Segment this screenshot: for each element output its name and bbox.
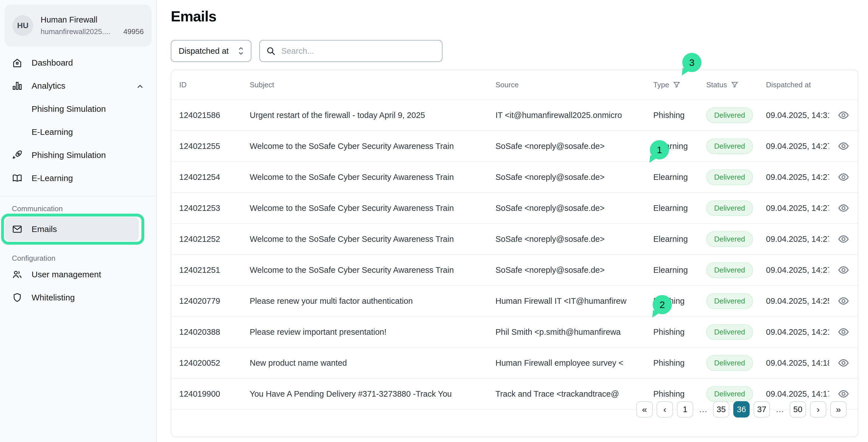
table-row[interactable]: 124020052 New product name wanted Human … — [172, 348, 858, 379]
cell-dispatched: 09.04.2025, 14:27 — [758, 266, 829, 275]
table-row[interactable]: 124020388 Please review important presen… — [172, 317, 858, 348]
sidebar-item-label: Dashboard — [32, 58, 73, 68]
cell-source: Human Firewall employee survey < — [488, 359, 645, 368]
cell-subject: Please renew your multi factor authentic… — [242, 297, 488, 306]
cell-subject: New product name wanted — [242, 359, 488, 368]
status-badge: Delivered — [706, 169, 753, 185]
eye-icon — [838, 140, 849, 152]
cell-dispatched: 09.04.2025, 14:25 — [758, 297, 829, 306]
status-badge: Delivered — [706, 107, 753, 123]
sidebar-item-elearning-analytics[interactable]: E-Learning — [0, 121, 156, 144]
cell-id: 124019900 — [172, 389, 242, 399]
table-row[interactable]: 124021253 Welcome to the SoSafe Cyber Se… — [172, 193, 858, 224]
status-badge: Delivered — [706, 138, 753, 154]
chevron-up-icon[interactable] — [136, 82, 144, 91]
sidebar-item-analytics[interactable]: Analytics — [0, 74, 156, 97]
cell-id: 124021255 — [172, 142, 242, 151]
sort-select[interactable]: Dispatched at — [171, 40, 251, 62]
cell-type: Elearning — [645, 235, 699, 244]
page-button-36-active[interactable]: 36 — [733, 401, 750, 417]
cell-subject: Welcome to the SoSafe Cyber Security Awa… — [242, 173, 488, 182]
view-email-button[interactable] — [829, 295, 858, 307]
last-page-button[interactable]: » — [830, 401, 846, 417]
sidebar-divider — [0, 196, 156, 197]
view-email-button[interactable] — [829, 264, 858, 276]
view-email-button[interactable] — [829, 233, 858, 245]
sidebar-item-whitelisting[interactable]: Whitelisting — [0, 286, 156, 309]
page-button-50[interactable]: 50 — [789, 401, 806, 417]
cell-source: IT <it@humanfirewall2025.onmicro — [488, 111, 645, 120]
cell-dispatched: 09.04.2025, 14:27 — [758, 142, 829, 151]
sidebar-item-elearning[interactable]: E-Learning — [0, 167, 156, 190]
mail-icon — [12, 224, 23, 235]
filter-icon[interactable] — [673, 80, 681, 89]
cell-dispatched: 09.04.2025, 14:27 — [758, 235, 829, 244]
sidebar-item-label: E-Learning — [32, 173, 73, 183]
view-email-button[interactable] — [829, 326, 858, 338]
annotation-badge-1: 1 — [650, 140, 669, 159]
table-row[interactable]: 124021586 Urgent restart of the firewall… — [172, 100, 858, 131]
page-button-1[interactable]: 1 — [677, 401, 693, 417]
eye-icon — [838, 233, 849, 245]
sidebar-item-user-management[interactable]: User management — [0, 263, 156, 286]
cell-source: SoSafe <noreply@sosafe.de> — [488, 142, 645, 151]
status-badge: Delivered — [706, 231, 753, 247]
view-email-button[interactable] — [829, 109, 858, 121]
sidebar-item-dashboard[interactable]: Dashboard — [0, 51, 156, 74]
status-badge: Delivered — [706, 355, 753, 371]
cell-subject: Welcome to the SoSafe Cyber Security Awa… — [242, 204, 488, 213]
cell-source: SoSafe <noreply@sosafe.de> — [488, 204, 645, 213]
sidebar-item-label: User management — [32, 270, 101, 279]
table-row[interactable]: 124021251 Welcome to the SoSafe Cyber Se… — [172, 255, 858, 286]
sidebar-item-phishing-simulation[interactable]: Phishing Simulation — [0, 144, 156, 167]
cell-id: 124021586 — [172, 111, 242, 120]
account-card[interactable]: HU Human Firewall humanfirewall2025.... … — [4, 4, 152, 47]
status-badge: Delivered — [706, 324, 753, 340]
eye-icon — [838, 171, 849, 183]
cell-id: 124020779 — [172, 297, 242, 306]
cell-dispatched: 09.04.2025, 14:27 — [758, 173, 829, 182]
view-email-button[interactable] — [829, 140, 858, 152]
pagination-ellipsis: … — [774, 405, 786, 414]
column-header-source: Source — [488, 80, 645, 89]
prev-page-button[interactable]: ‹ — [657, 401, 673, 417]
page-button-37[interactable]: 37 — [753, 401, 770, 417]
cell-source: Phil Smith <p.smith@humanfirewa — [488, 328, 645, 337]
cell-id: 124021251 — [172, 266, 242, 275]
sidebar-item-label: E-Learning — [32, 127, 73, 137]
status-badge: Delivered — [706, 262, 753, 278]
eye-icon — [838, 357, 849, 369]
cell-dispatched: 09.04.2025, 14:27 — [758, 204, 829, 213]
cell-dispatched: 09.04.2025, 14:21 — [758, 328, 829, 337]
filter-icon[interactable] — [731, 80, 739, 89]
column-header-id: ID — [172, 80, 242, 89]
next-page-button[interactable]: › — [810, 401, 826, 417]
search-input[interactable] — [281, 46, 436, 56]
first-page-button[interactable]: « — [637, 401, 653, 417]
page-button-35[interactable]: 35 — [713, 401, 730, 417]
view-email-button[interactable] — [829, 202, 858, 214]
cell-type: Phishing — [645, 359, 699, 368]
sidebar-item-label: Emails — [32, 225, 57, 234]
status-badge: Delivered — [706, 200, 753, 216]
table-row[interactable]: 124020779 Please renew your multi factor… — [172, 286, 858, 317]
table-row[interactable]: 124021254 Welcome to the SoSafe Cyber Se… — [172, 162, 858, 193]
main-content: Emails Dispatched at ID Subject Source T… — [157, 0, 868, 442]
cell-subject: Urgent restart of the firewall - today A… — [242, 111, 488, 120]
column-header-type: Type — [645, 80, 699, 89]
table-row[interactable]: 124021252 Welcome to the SoSafe Cyber Se… — [172, 224, 858, 255]
sidebar-item-emails[interactable]: Emails — [5, 217, 138, 241]
view-email-button[interactable] — [829, 171, 858, 183]
cell-type: Phishing — [645, 111, 699, 120]
cell-id: 124020388 — [172, 328, 242, 337]
table-row[interactable]: 124021255 Welcome to the SoSafe Cyber Se… — [172, 131, 858, 162]
sidebar-item-phishing-simulation-analytics[interactable]: Phishing Simulation — [0, 97, 156, 121]
view-email-button[interactable] — [829, 357, 858, 369]
sidebar: HU Human Firewall humanfirewall2025.... … — [0, 0, 157, 442]
column-header-status: Status — [699, 80, 758, 89]
sidebar-item-label: Phishing Simulation — [32, 104, 106, 114]
rocket-icon — [12, 150, 23, 161]
cell-type: Elearning — [645, 266, 699, 275]
search-icon — [266, 46, 276, 56]
sort-select-value: Dispatched at — [179, 46, 228, 56]
